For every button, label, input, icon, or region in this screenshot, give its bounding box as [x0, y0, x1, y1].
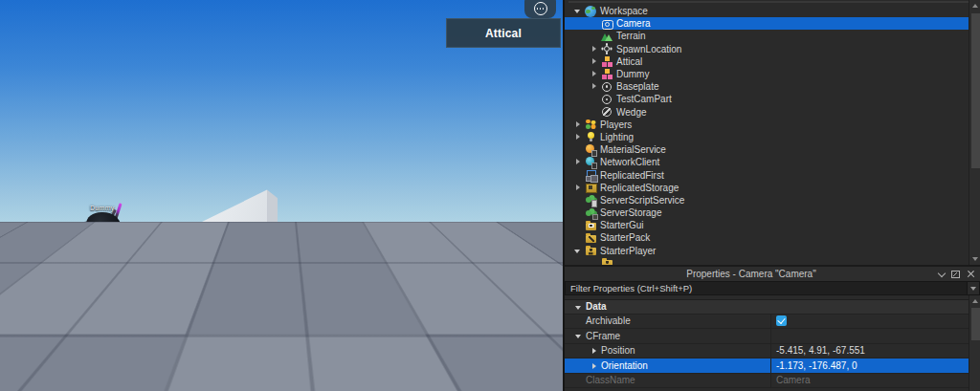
explorer-item-label: StarterGui [600, 220, 644, 230]
arrow-spacer [570, 231, 585, 244]
roblox-studio-window: Dummy Attical WorkspaceCameraTerrainSpaw… [0, 0, 980, 391]
expand-arrow-icon[interactable] [588, 358, 601, 373]
scrollbar-thumb[interactable] [971, 308, 980, 340]
filter-properties-input[interactable]: Filter Properties (Ctrl+Shift+P) [565, 281, 980, 295]
explorer-item-dummy[interactable]: Dummy [565, 68, 969, 80]
expand-arrow-icon[interactable] [588, 344, 601, 358]
explorer-item-baseplate[interactable]: Baseplate [565, 80, 969, 93]
scroll-up-icon[interactable] [972, 4, 978, 8]
expand-arrow-icon[interactable] [570, 156, 585, 168]
model-icon [601, 55, 612, 67]
explorer-item-replicatedfirst[interactable]: ReplicatedFirst [565, 168, 969, 181]
properties-panel: Properties - Camera "Camera" Filter Prop… [565, 265, 980, 391]
attical-overhead-label: Attical [485, 27, 522, 40]
properties-grid: DataArchivableCFramePosition-5.415, 4.91… [565, 295, 969, 391]
collapse-arrow-icon[interactable] [572, 300, 586, 314]
explorer-item-wedge[interactable]: Wedge [565, 106, 969, 119]
expand-arrow-icon[interactable] [587, 68, 601, 80]
collapse-panel-icon[interactable] [938, 271, 945, 277]
expand-arrow-icon[interactable] [570, 131, 585, 143]
property-row-orientation[interactable]: Orientation-1.173, -176.487, 0 [565, 358, 969, 374]
property-value[interactable]: -1.173, -176.487, 0 [771, 358, 969, 373]
arrow-spacer [570, 206, 585, 219]
network-icon [585, 157, 596, 168]
character-leg-front [83, 267, 105, 309]
property-label: ClassName [586, 375, 635, 385]
expand-arrow-icon[interactable] [587, 55, 601, 68]
explorer-item-label: Attical [616, 56, 642, 67]
collapse-arrow-icon[interactable] [570, 5, 585, 17]
explorer-item-partial[interactable] [565, 257, 969, 265]
explorer-item-label: ReplicatedFirst [600, 170, 664, 181]
scrollbar-thumb[interactable] [971, 13, 980, 168]
expand-arrow-icon[interactable] [570, 119, 585, 131]
property-value[interactable]: -5.415, 4.91, -67.551 [771, 344, 969, 358]
explorer-item-players[interactable]: Players [565, 119, 969, 131]
expand-arrow-icon[interactable] [587, 80, 601, 93]
property-value[interactable]: Camera [771, 374, 969, 388]
explorer-item-label: MaterialService [600, 144, 666, 155]
arrow-spacer [587, 106, 601, 119]
bulb-icon [585, 131, 596, 142]
globe-icon [585, 6, 596, 17]
explorer-item-label: Terrain [616, 31, 646, 41]
arrow-spacer [572, 374, 586, 388]
arrow-spacer [570, 194, 585, 206]
gear-icon [601, 43, 612, 54]
expand-arrow-icon[interactable] [570, 182, 585, 194]
explorer-item-attical[interactable]: Attical [565, 55, 969, 68]
3d-viewport[interactable]: Dummy Attical [0, 0, 563, 391]
property-value[interactable] [771, 329, 969, 343]
explorer-panel: WorkspaceCameraTerrainSpawnLocationAttic… [565, 0, 980, 265]
explorer-item-workspace[interactable]: Workspace [565, 5, 969, 17]
collapse-arrow-icon[interactable] [570, 245, 585, 257]
roblox-menu-button[interactable] [524, 0, 556, 18]
wedge-part[interactable] [161, 189, 278, 245]
collapse-arrow-icon[interactable] [572, 329, 586, 343]
explorer-item-materialservice[interactable]: MaterialService [565, 143, 969, 156]
explorer-item-startergui[interactable]: StarterGui [565, 219, 969, 231]
float-panel-icon[interactable] [951, 271, 960, 278]
close-panel-icon[interactable] [967, 271, 974, 278]
folder-player-icon [601, 257, 612, 265]
explorer-item-serverscriptservice[interactable]: ServerScriptService [565, 194, 969, 206]
explorer-item-starterplayer[interactable]: StarterPlayer [565, 245, 969, 257]
arrow-spacer [587, 30, 601, 42]
property-label: Archivable [586, 315, 631, 326]
attical-overhead-tag: Attical [446, 18, 561, 48]
property-row-archivable[interactable]: Archivable [565, 315, 969, 330]
dummy-character[interactable]: Dummy [67, 201, 144, 311]
explorer-item-label: Dummy [616, 69, 649, 79]
explorer-item-starterpack[interactable]: StarterPack [565, 231, 969, 244]
explorer-item-serverstorage[interactable]: ServerStorage [565, 206, 969, 219]
archivable-checkbox[interactable] [776, 315, 787, 326]
explorer-item-spawnlocation[interactable]: SpawnLocation [565, 43, 969, 55]
explorer-item-label: SpawnLocation [616, 44, 681, 54]
properties-header[interactable]: Properties - Camera "Camera" [565, 267, 980, 281]
property-row-data[interactable]: Data [565, 299, 969, 315]
ellipsis-icon [534, 2, 547, 15]
explorer-item-replicatedstorage[interactable]: ReplicatedStorage [565, 182, 969, 194]
material-icon [585, 144, 596, 156]
property-row-position[interactable]: Position-5.415, 4.91, -67.551 [565, 344, 969, 359]
filter-dropdown-icon[interactable] [967, 282, 979, 294]
explorer-item-camera[interactable]: Camera [565, 17, 969, 30]
explorer-item-testcampart[interactable]: TestCamPart [565, 93, 969, 105]
explorer-item-label: ReplicatedStorage [600, 183, 679, 193]
explorer-item-networkclient[interactable]: NetworkClient [565, 156, 969, 168]
explorer-item-lighting[interactable]: Lighting [565, 131, 969, 143]
wedge-slope-face [161, 189, 278, 245]
filter-placeholder: Filter Properties (Ctrl+Shift+P) [566, 283, 967, 293]
properties-scrollbar[interactable] [969, 295, 980, 391]
expand-arrow-icon[interactable] [587, 43, 601, 55]
part-icon [601, 94, 612, 105]
property-row-classname[interactable]: ClassNameCamera [565, 374, 969, 389]
property-value[interactable] [771, 315, 969, 329]
explorer-scrollbar[interactable] [969, 0, 980, 265]
repfirst-icon [585, 169, 596, 181]
explorer-item-terrain[interactable]: Terrain [565, 30, 969, 42]
explorer-item-label: StarterPack [600, 232, 650, 243]
scroll-down-icon[interactable] [972, 257, 978, 261]
property-row-cframe[interactable]: CFrame [565, 329, 969, 344]
scroll-up-icon[interactable] [972, 299, 978, 303]
